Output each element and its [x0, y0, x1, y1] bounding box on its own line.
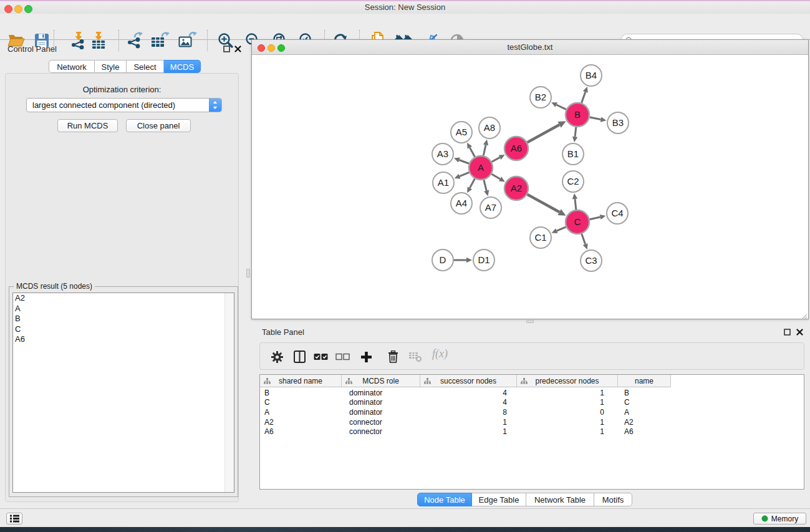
memory-button[interactable]: Memory — [753, 513, 806, 525]
deselect-all-checkboxes-icon[interactable] — [334, 349, 350, 364]
graph-edge-A-A5[interactable] — [470, 148, 475, 157]
table-cell[interactable]: 4 — [420, 389, 517, 397]
show-columns-icon[interactable] — [291, 349, 307, 364]
zoom-traffic-light[interactable] — [24, 5, 32, 13]
graph-node-C1[interactable]: C1 — [530, 227, 551, 248]
table-cell[interactable]: A6 — [260, 427, 342, 436]
mcds-result-item-a6[interactable]: A6 — [13, 334, 234, 345]
mcds-result-item-a[interactable]: A — [13, 304, 234, 314]
export-table-icon[interactable] — [151, 31, 170, 50]
table-row-a6[interactable]: A6connector11A6 — [260, 427, 804, 437]
network-zoom-traffic-light[interactable] — [277, 44, 285, 52]
graph-edge-A-A7[interactable] — [484, 180, 486, 190]
column-header-successor-nodes[interactable]: successor nodes — [420, 375, 517, 387]
graph-edge-A-A2[interactable] — [491, 174, 500, 179]
function-builder-fx-icon[interactable]: f(x) — [432, 347, 448, 362]
table-cell[interactable]: A2 — [260, 418, 342, 427]
table-settings-gear-icon[interactable] — [269, 349, 285, 364]
graph-node-A8[interactable]: A8 — [479, 117, 500, 138]
graph-edge-A-A4[interactable] — [470, 179, 475, 188]
run-mcds-button[interactable]: Run MCDS — [57, 119, 118, 132]
graph-edge-A-A1[interactable] — [460, 172, 469, 176]
graph-edge-B-B1[interactable] — [575, 127, 576, 137]
table-row-a[interactable]: Adominator80A — [260, 407, 804, 417]
table-cell[interactable]: dominator — [342, 408, 420, 417]
table-cell[interactable]: 1 — [517, 398, 618, 407]
table-row-a2[interactable]: A2connector11A2 — [260, 417, 804, 427]
table-cell[interactable]: 8 — [420, 408, 517, 417]
tab-mcds[interactable]: MCDS — [164, 60, 201, 73]
table-cell[interactable]: 1 — [517, 427, 618, 436]
table-cell[interactable]: B — [618, 389, 671, 397]
table-cell[interactable]: B — [260, 389, 342, 397]
tab-select[interactable]: Select — [127, 60, 164, 73]
network-close-traffic-light[interactable] — [258, 44, 265, 52]
table-cell[interactable]: A2 — [618, 418, 671, 427]
table-cell[interactable]: connector — [342, 427, 420, 436]
table-cell[interactable]: A — [260, 408, 342, 417]
graph-edge-B-B2[interactable] — [556, 105, 566, 109]
import-table-icon[interactable] — [89, 31, 108, 50]
export-image-icon[interactable] — [178, 31, 197, 50]
graph-edge-C-C3[interactable] — [582, 234, 586, 244]
control-panel-close-icon[interactable] — [234, 46, 241, 52]
mcds-result-item-a2[interactable]: A2 — [13, 293, 234, 304]
graph-node-A6[interactable]: A6 — [504, 137, 528, 160]
graph-edge-B-B4[interactable] — [582, 92, 586, 103]
table-row-b[interactable]: Bdominator41B — [260, 388, 804, 398]
graph-node-C3[interactable]: C3 — [581, 250, 602, 271]
graph-edge-C-C2[interactable] — [575, 199, 576, 210]
graph-node-C4[interactable]: C4 — [607, 203, 628, 224]
graph-node-D[interactable]: D — [432, 249, 453, 271]
export-network-icon[interactable] — [126, 31, 145, 50]
table-cell[interactable]: dominator — [342, 389, 420, 397]
column-header-MCDS-role[interactable]: MCDS role — [342, 375, 420, 387]
mcds-result-item-b[interactable]: B — [13, 314, 234, 324]
main-titlebar[interactable]: Session: New Session — [0, 1, 810, 14]
graph-node-A3[interactable]: A3 — [432, 143, 453, 165]
graph-node-A[interactable]: A — [469, 156, 493, 180]
column-header-name[interactable]: name — [618, 375, 671, 387]
tab-network-table[interactable]: Network Table — [526, 493, 594, 506]
graph-edge-A6-B[interactable] — [528, 125, 560, 142]
graph-node-A4[interactable]: A4 — [451, 193, 472, 214]
horizontal-splitter-handle[interactable] — [526, 320, 534, 323]
network-canvas[interactable]: AA1A3A5A8A4A7A6A2BB1B2B3B4CC1C2C3C4DD1 — [252, 55, 808, 319]
import-network-icon[interactable] — [69, 31, 88, 50]
graph-node-A5[interactable]: A5 — [451, 122, 472, 143]
table-cell[interactable]: 4 — [420, 398, 517, 407]
graph-edge-B-B3[interactable] — [590, 117, 601, 120]
network-graph[interactable]: AA1A3A5A8A4A7A6A2BB1B2B3B4CC1C2C3C4DD1 — [252, 55, 808, 319]
vertical-splitter-handle[interactable] — [246, 269, 250, 278]
graph-node-A2[interactable]: A2 — [504, 177, 528, 200]
task-history-button[interactable] — [6, 513, 22, 525]
table-cell[interactable]: 1 — [420, 427, 517, 436]
tab-edge-table[interactable]: Edge Table — [472, 493, 526, 506]
column-header-shared-name[interactable]: shared name — [260, 375, 342, 387]
graph-node-C2[interactable]: C2 — [562, 171, 584, 192]
graph-node-B4[interactable]: B4 — [581, 65, 602, 86]
network-window-titlebar[interactable]: testGlobe.txt — [252, 40, 808, 55]
graph-edge-A-A8[interactable] — [483, 145, 486, 155]
graph-node-B[interactable]: B — [566, 103, 589, 127]
table-cell[interactable]: 1 — [517, 389, 618, 397]
select-all-checkboxes-icon[interactable] — [312, 349, 329, 364]
tab-motifs[interactable]: Motifs — [594, 493, 632, 506]
graph-node-B3[interactable]: B3 — [607, 112, 629, 133]
graph-node-B1[interactable]: B1 — [562, 143, 584, 165]
table-cell[interactable]: C — [260, 398, 342, 407]
graph-node-C[interactable]: C — [566, 210, 589, 234]
graph-node-A1[interactable]: A1 — [433, 172, 454, 193]
column-header-predecessor-nodes[interactable]: predecessor nodes — [517, 375, 618, 387]
table-cell[interactable]: A6 — [618, 427, 671, 436]
tab-style[interactable]: Style — [95, 60, 127, 73]
graph-edge-A-A6[interactable] — [492, 157, 500, 162]
tab-network[interactable]: Network — [49, 60, 95, 73]
close-traffic-light[interactable] — [4, 5, 12, 13]
table-cell[interactable]: dominator — [342, 398, 420, 407]
close-panel-button[interactable]: Close panel — [126, 119, 191, 132]
resize-grip-icon[interactable] — [801, 311, 808, 318]
graph-edge-C-C1[interactable] — [557, 227, 566, 231]
graph-edge-C-C4[interactable] — [590, 217, 600, 220]
control-panel-float-icon[interactable] — [223, 46, 230, 52]
